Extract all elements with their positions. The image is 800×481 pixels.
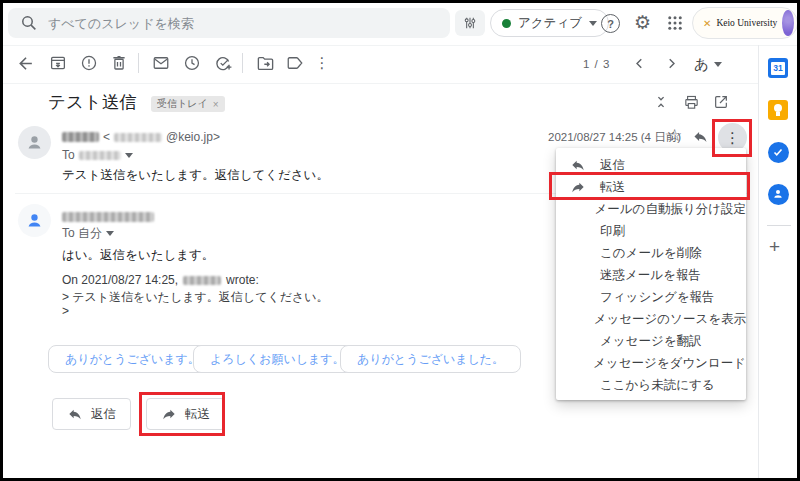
open-in-new-window-button[interactable] <box>713 94 729 110</box>
redacted-sender-name <box>62 212 154 222</box>
collapse-all-button[interactable] <box>653 94 669 110</box>
star-icon: ☆ <box>667 126 682 145</box>
reply-button[interactable] <box>692 128 709 145</box>
email2-from-line <box>62 208 154 226</box>
contacts-sidebar-button[interactable] <box>767 183 789 205</box>
quote-line: > テスト送信をいたします。返信してください。 <box>62 289 329 306</box>
redacted-recipient <box>79 151 121 160</box>
pagination-counter: 1 / 3 <box>583 58 610 70</box>
menu-item-show-original[interactable]: メッセージのソースを表示 <box>556 308 746 330</box>
menu-item-report-spam[interactable]: 迷惑メールを報告 <box>556 264 746 286</box>
archive-button[interactable] <box>48 53 68 73</box>
gmail-window: アクティブ ? ⚙ ✕ Keio University <box>0 0 800 481</box>
older-button[interactable] <box>663 55 680 72</box>
message-context-menu: 返信 転送 メールの自動振り分け設定 印刷 このメールを削除 迷惑メールを報告 … <box>556 148 746 400</box>
menu-item-forward[interactable]: 転送 <box>556 176 746 198</box>
divider <box>242 53 243 73</box>
active-status-dot <box>502 19 511 28</box>
reply-arrow-icon <box>67 406 83 422</box>
smart-reply-text: ありがとうございます。 <box>65 351 200 368</box>
menu-item-label: メッセージのソースを表示 <box>594 311 746 328</box>
email1-date: 2021/08/27 14:25 (4 日前) <box>548 130 681 145</box>
back-button[interactable] <box>15 53 35 73</box>
newer-button[interactable] <box>631 55 648 72</box>
more-options-button[interactable]: ⋮ <box>315 53 329 73</box>
menu-item-delete[interactable]: このメールを削除 <box>556 242 746 264</box>
smart-reply-chip[interactable]: ありがとうございました。 <box>340 345 521 373</box>
menu-item-report-phishing[interactable]: フィッシングを報告 <box>556 286 746 308</box>
menu-item-print[interactable]: 印刷 <box>556 220 746 242</box>
apps-grid-button[interactable] <box>666 14 684 32</box>
calendar-icon: 31 <box>768 58 788 78</box>
menu-item-label: メールの自動振り分け設定 <box>595 201 746 218</box>
delete-button[interactable] <box>109 53 129 73</box>
report-spam-button[interactable] <box>79 53 99 73</box>
sender-avatar[interactable] <box>18 126 51 159</box>
smart-reply-chip[interactable]: ありがとうございます。 <box>48 345 217 373</box>
more-vertical-icon: ⋮ <box>725 129 740 147</box>
from-address-domain: @keio.jp> <box>166 130 220 144</box>
quote-attribution: On 2021/08/27 14:25, wrote: <box>62 273 259 287</box>
quote-suffix: wrote: <box>226 273 259 287</box>
to-label: To 自分 <box>62 225 102 242</box>
account-switcher[interactable]: ✕ Keio University <box>692 7 798 39</box>
menu-item-reply[interactable]: 返信 <box>556 154 746 176</box>
menu-item-filter[interactable]: メールの自動振り分け設定 <box>556 198 746 220</box>
labels-button[interactable] <box>285 53 305 73</box>
details-caret-icon[interactable] <box>106 231 114 236</box>
move-to-button[interactable] <box>255 53 275 73</box>
details-caret-icon[interactable] <box>125 153 133 158</box>
status-selector[interactable]: アクティブ <box>490 9 609 37</box>
keio-logo-icon: ✕ <box>703 18 711 29</box>
menu-item-translate[interactable]: メッセージを翻訳 <box>556 330 746 352</box>
smart-reply-text: よろしくお願いします。 <box>210 351 345 368</box>
search-options-button[interactable] <box>455 10 485 36</box>
search-input[interactable] <box>48 16 438 31</box>
forward-bottom-button[interactable]: 転送 <box>146 398 225 430</box>
print-all-button[interactable] <box>683 94 700 111</box>
sender-avatar[interactable] <box>18 204 51 237</box>
reply-bottom-button[interactable]: 返信 <box>52 398 131 430</box>
menu-item-label: 迷惑メールを報告 <box>600 267 701 284</box>
user-avatar[interactable] <box>782 10 794 36</box>
menu-item-mark-unread-from-here[interactable]: ここから未読にする <box>556 374 746 396</box>
quote-line: > <box>62 304 69 318</box>
add-to-tasks-button[interactable] <box>213 53 233 73</box>
account-name: Keio University <box>716 18 777 28</box>
divider <box>767 225 791 226</box>
email2-to-line[interactable]: To 自分 <box>62 225 114 242</box>
more-vertical-icon: ⋮ <box>315 54 330 72</box>
redacted-email-address <box>114 133 162 142</box>
input-tools-button[interactable]: あ <box>694 55 722 74</box>
help-icon: ? <box>607 18 614 30</box>
label-text: 受信トレイ <box>157 97 208 111</box>
menu-item-label: このメールを削除 <box>600 245 701 262</box>
mark-unread-button[interactable] <box>151 53 171 73</box>
settings-button[interactable]: ⚙ <box>634 11 651 34</box>
gear-icon: ⚙ <box>634 11 651 34</box>
menu-item-download[interactable]: メッセージをダウンロード <box>556 352 746 374</box>
snooze-button[interactable] <box>182 53 202 73</box>
smart-reply-text: ありがとうございました。 <box>357 351 504 368</box>
menu-item-label: ここから未読にする <box>600 377 715 394</box>
tune-icon <box>462 15 478 31</box>
menu-item-label: フィッシングを報告 <box>600 289 715 306</box>
remove-label-icon[interactable]: × <box>213 99 219 110</box>
get-addons-button[interactable]: + <box>769 236 780 258</box>
calendar-sidebar-button[interactable]: 31 <box>767 57 789 79</box>
plus-icon: + <box>769 236 780 257</box>
email1-from-line: < @keio.jp> <box>62 130 220 144</box>
keep-sidebar-button[interactable] <box>767 99 789 121</box>
inbox-label-chip[interactable]: 受信トレイ × <box>151 96 225 112</box>
smart-reply-chip[interactable]: よろしくお願いします。 <box>193 345 362 373</box>
from-address-open: < <box>103 130 110 144</box>
divider <box>138 53 139 73</box>
help-button[interactable]: ? <box>601 14 620 33</box>
forward-arrow-icon <box>570 179 586 195</box>
email1-to-line[interactable]: To <box>62 148 133 162</box>
search-bar[interactable] <box>8 8 450 38</box>
star-button[interactable]: ☆ <box>667 125 682 146</box>
menu-item-label: メッセージをダウンロード <box>593 355 746 372</box>
apps-grid-icon <box>666 14 684 32</box>
tasks-sidebar-button[interactable] <box>767 141 789 163</box>
